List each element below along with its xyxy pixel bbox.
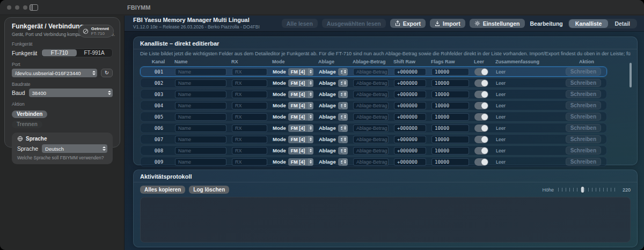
leer-toggle[interactable] xyxy=(474,158,488,166)
disconnect-button[interactable]: Trennen xyxy=(12,121,42,128)
flags-raw-input[interactable]: 10000 xyxy=(431,113,469,121)
refresh-ports-button[interactable]: ↻ xyxy=(101,69,113,77)
leer-toggle[interactable] xyxy=(474,102,488,109)
rx-input[interactable]: RX xyxy=(232,68,267,76)
scrollbar-thumb[interactable] xyxy=(630,63,632,87)
write-button[interactable]: Schreiben xyxy=(566,158,601,166)
flags-raw-input[interactable]: 10000 xyxy=(431,102,469,109)
connect-button[interactable]: Verbinden xyxy=(12,111,47,118)
baud-select[interactable]: 38400 xyxy=(29,89,113,97)
leer-toggle[interactable] xyxy=(474,79,488,87)
copy-all-button[interactable]: Alles kopieren xyxy=(140,186,185,194)
flags-raw-input[interactable]: 10000 xyxy=(431,158,469,166)
ablage-betrag-input[interactable]: Ablage-Betrag xyxy=(353,91,389,98)
ablage-betrag-input[interactable]: Ablage-Betrag xyxy=(353,136,389,143)
flags-raw-input[interactable]: 10000 xyxy=(431,68,469,76)
rx-input[interactable]: RX xyxy=(232,136,267,143)
shift-raw-input[interactable]: +000000 xyxy=(394,79,426,87)
name-input[interactable]: Name xyxy=(175,136,226,143)
height-slider[interactable] xyxy=(558,187,618,193)
segment-ft991a[interactable]: FT-991A xyxy=(77,49,112,56)
port-select[interactable]: /dev/cu.usbserial-016F23440 xyxy=(12,69,97,77)
ablage-betrag-input[interactable]: Ablage-Betrag xyxy=(353,79,389,87)
write-button[interactable]: Schreiben xyxy=(566,101,601,109)
leer-toggle[interactable] xyxy=(474,124,488,132)
mode-select[interactable]: FM [4] xyxy=(288,158,313,166)
clear-log-button[interactable]: Log löschen xyxy=(189,186,229,194)
ablage-betrag-input[interactable]: Ablage-Betrag xyxy=(353,147,389,155)
write-button[interactable]: Schreiben xyxy=(566,146,601,155)
read-selected-button[interactable]: Ausgewählten lesen xyxy=(322,19,386,28)
flags-raw-input[interactable]: 10000 xyxy=(431,79,469,87)
shift-raw-input[interactable]: +000000 xyxy=(394,124,426,132)
tab-kanalliste[interactable]: Kanalliste xyxy=(569,19,609,28)
shift-raw-input[interactable]: +000000 xyxy=(394,102,426,109)
write-button[interactable]: Schreiben xyxy=(566,124,601,132)
leer-toggle[interactable] xyxy=(474,68,488,76)
flags-raw-input[interactable]: 10000 xyxy=(431,147,469,155)
leer-toggle[interactable] xyxy=(474,136,488,143)
shift-raw-input[interactable]: +000000 xyxy=(394,113,426,121)
shift-raw-input[interactable]: +000000 xyxy=(394,158,426,166)
name-input[interactable]: Name xyxy=(175,68,226,76)
leer-toggle[interactable] xyxy=(474,147,488,155)
segment-ft710[interactable]: FT-710 xyxy=(42,49,77,56)
ablage-betrag-input[interactable]: Ablage-Betrag xyxy=(353,158,389,166)
flags-raw-input[interactable]: 10000 xyxy=(431,136,469,143)
name-input[interactable]: Name xyxy=(175,147,226,155)
ablage-select[interactable]: S… xyxy=(338,102,348,109)
name-input[interactable]: Name xyxy=(175,91,226,98)
ablage-select[interactable]: S… xyxy=(338,147,348,155)
write-button[interactable]: Schreiben xyxy=(566,135,601,143)
export-button[interactable]: Export xyxy=(390,19,426,28)
write-button[interactable]: Schreiben xyxy=(566,90,601,98)
mode-select[interactable]: FM [4] xyxy=(288,102,313,109)
ablage-betrag-input[interactable]: Ablage-Betrag xyxy=(353,113,389,121)
slider-thumb[interactable] xyxy=(581,187,584,193)
rx-input[interactable]: RX xyxy=(232,158,267,166)
mode-select[interactable]: FM [4] xyxy=(288,68,313,76)
language-select[interactable]: Deutsch xyxy=(42,144,107,153)
ablage-select[interactable]: S… xyxy=(338,136,348,143)
shift-raw-input[interactable]: +000000 xyxy=(394,147,426,155)
name-input[interactable]: Name xyxy=(175,124,226,132)
ablage-select[interactable]: S… xyxy=(338,124,348,132)
close-button[interactable] xyxy=(7,5,11,10)
ablage-betrag-input[interactable]: Ablage-Betrag xyxy=(353,102,389,109)
flags-raw-input[interactable]: 10000 xyxy=(431,91,469,98)
leer-toggle[interactable] xyxy=(474,113,488,121)
ablage-select[interactable]: S… xyxy=(338,158,348,166)
rx-input[interactable]: RX xyxy=(232,147,267,155)
mode-select[interactable]: FM [4] xyxy=(288,113,313,121)
write-button[interactable]: Schreiben xyxy=(566,79,601,87)
flags-raw-input[interactable]: 10000 xyxy=(431,124,469,132)
ablage-select[interactable]: S… xyxy=(338,79,348,87)
read-all-button[interactable]: Alle lesen xyxy=(282,19,318,28)
name-input[interactable]: Name xyxy=(175,113,226,121)
zoom-button[interactable] xyxy=(23,5,27,10)
mode-select[interactable]: FM [4] xyxy=(288,124,313,132)
name-input[interactable]: Name xyxy=(175,79,226,87)
write-button[interactable]: Schreiben xyxy=(566,113,601,121)
name-input[interactable]: Name xyxy=(175,158,226,166)
shift-raw-input[interactable]: +000000 xyxy=(394,68,426,76)
ablage-select[interactable]: S… xyxy=(338,68,348,76)
rx-input[interactable]: RX xyxy=(232,102,267,109)
rx-input[interactable]: RX xyxy=(232,79,267,87)
shift-raw-input[interactable]: +000000 xyxy=(394,136,426,143)
mode-select[interactable]: FM [4] xyxy=(288,79,313,87)
shift-raw-input[interactable]: +000000 xyxy=(394,91,426,98)
mode-select[interactable]: FM [4] xyxy=(288,91,313,98)
sidebar-toggle-icon[interactable] xyxy=(30,4,38,11)
ablage-select[interactable]: S… xyxy=(338,113,348,121)
write-button[interactable]: Schreiben xyxy=(566,68,601,76)
ablage-betrag-input[interactable]: Ablage-Betrag xyxy=(353,68,389,76)
import-button[interactable]: Import xyxy=(430,19,465,28)
mode-select[interactable]: FM [4] xyxy=(288,136,313,143)
mode-select[interactable]: FM [4] xyxy=(288,147,313,155)
rx-input[interactable]: RX xyxy=(232,113,267,121)
minimize-button[interactable] xyxy=(15,5,19,10)
settings-button[interactable]: Einstellungen xyxy=(470,19,525,28)
tab-detail[interactable]: Detail xyxy=(608,19,636,28)
ablage-select[interactable]: S… xyxy=(338,91,348,98)
